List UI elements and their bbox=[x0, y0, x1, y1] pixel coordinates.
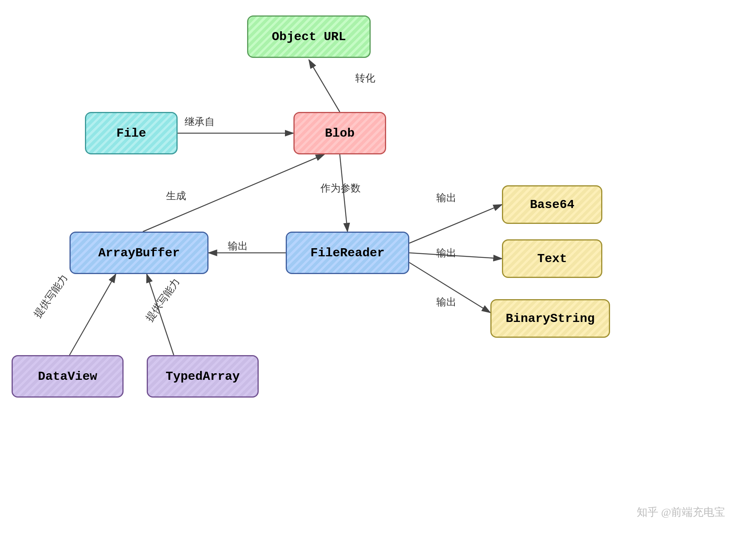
binarystring-label: BinaryString bbox=[506, 312, 595, 326]
watermark-text: 知乎 @前端充电宝 bbox=[637, 506, 725, 518]
watermark: 知乎 @前端充电宝 bbox=[637, 505, 725, 520]
object-url-label: Object URL bbox=[272, 30, 346, 44]
base64-node: Base64 bbox=[502, 185, 602, 224]
base64-label: Base64 bbox=[530, 198, 574, 212]
dataview-node: DataView bbox=[12, 355, 124, 398]
label-output-text: 输出 bbox=[436, 246, 456, 260]
label-shengcheng: 生成 bbox=[166, 189, 186, 203]
label-output-arraybuffer: 输出 bbox=[228, 239, 248, 253]
label-output-binary: 输出 bbox=[436, 295, 456, 309]
label-zuoweicanshu: 作为参数 bbox=[320, 181, 361, 195]
svg-line-2 bbox=[309, 60, 340, 112]
binarystring-node: BinaryString bbox=[490, 299, 610, 338]
blob-node: Blob bbox=[293, 112, 386, 154]
label-zhuanhua: 转化 bbox=[355, 71, 375, 85]
typedarray-node: TypedArray bbox=[147, 355, 259, 398]
blob-label: Blob bbox=[325, 126, 355, 141]
label-tigong1: 提供写能力 bbox=[31, 272, 71, 321]
object-url-node: Object URL bbox=[247, 15, 371, 58]
label-jichengzi: 继承自 bbox=[185, 115, 215, 129]
arraybuffer-node: ArrayBuffer bbox=[69, 232, 208, 274]
label-output-base64: 输出 bbox=[436, 191, 456, 205]
file-label: File bbox=[117, 126, 146, 141]
typedarray-label: TypedArray bbox=[166, 369, 240, 384]
text-label: Text bbox=[537, 252, 567, 266]
arraybuffer-label: ArrayBuffer bbox=[98, 246, 180, 260]
dataview-label: DataView bbox=[38, 369, 97, 384]
svg-line-10 bbox=[69, 274, 116, 355]
diagram-container: Object URL Blob File ArrayBuffer FileRea… bbox=[0, 0, 756, 535]
filereader-node: FileReader bbox=[286, 232, 409, 274]
svg-line-7 bbox=[409, 205, 502, 243]
text-node: Text bbox=[502, 239, 602, 278]
label-tigong2: 提供写能力 bbox=[143, 276, 183, 325]
file-node: File bbox=[85, 112, 178, 154]
filereader-label: FileReader bbox=[310, 246, 385, 260]
